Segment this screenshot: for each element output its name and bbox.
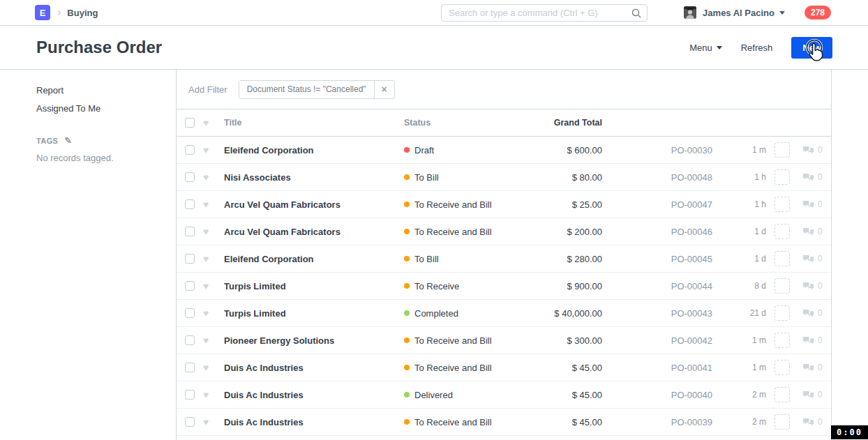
sidebar-item-report[interactable]: Report (36, 85, 162, 96)
assign-to-placeholder[interactable] (775, 333, 790, 348)
row-title[interactable]: Turpis Limited (224, 308, 404, 319)
row-title[interactable]: Pioneer Energy Solutions (224, 335, 404, 346)
table-row[interactable]: ♥ Arcu Vel Quam Fabricators To Receive a… (177, 191, 831, 218)
row-title[interactable]: Arcu Vel Quam Fabricators (224, 199, 404, 210)
refresh-button[interactable]: Refresh (741, 43, 773, 53)
row-document-id[interactable]: PO-00043 (602, 308, 712, 319)
comment-icon (802, 309, 814, 318)
row-title[interactable]: Duis Ac Industries (224, 390, 404, 400)
add-filter-button[interactable]: Add Filter (188, 84, 227, 95)
sidebar-item-assigned-to-me[interactable]: Assigned To Me (36, 103, 162, 114)
assign-to-placeholder[interactable] (775, 251, 790, 266)
table-row[interactable]: ♥ Arcu Vel Quam Fabricators To Receive a… (177, 218, 831, 245)
assign-to-placeholder[interactable] (775, 169, 790, 185)
menu-button[interactable]: Menu (689, 43, 722, 53)
remove-filter-button[interactable]: × (374, 81, 394, 98)
like-heart-icon[interactable]: ♥ (203, 335, 224, 345)
like-heart-icon[interactable]: ♥ (203, 199, 224, 209)
like-heart-icon[interactable]: ♥ (203, 172, 224, 182)
tags-section-header: TAGS ✎ (36, 135, 162, 146)
avatar[interactable] (684, 6, 696, 19)
like-heart-icon[interactable]: ♥ (203, 227, 224, 236)
row-checkbox[interactable] (185, 227, 195, 236)
comment-icon (802, 418, 814, 427)
row-grand-total: $ 80.00 (523, 172, 602, 183)
edit-tags-pencil-icon[interactable]: ✎ (64, 135, 72, 146)
notification-badge[interactable]: 278 (805, 6, 831, 20)
search-icon (631, 8, 642, 19)
like-heart-icon[interactable]: ♥ (203, 390, 224, 400)
row-document-id[interactable]: PO-00030 (602, 145, 712, 155)
assign-to-placeholder[interactable] (775, 197, 790, 212)
row-title[interactable]: Turpis Limited (224, 281, 404, 291)
new-button[interactable]: New (791, 37, 832, 59)
row-document-id[interactable]: PO-00042 (602, 335, 712, 346)
row-checkbox[interactable] (185, 417, 195, 427)
filter-chip-label[interactable]: Document Status != "Cancelled" (239, 81, 374, 98)
row-modified-time: 1 m (712, 363, 766, 372)
row-checkbox[interactable] (185, 281, 195, 291)
row-document-id[interactable]: PO-00048 (602, 172, 712, 183)
assign-to-placeholder[interactable] (775, 224, 790, 239)
row-checkbox[interactable] (185, 172, 195, 182)
row-checkbox[interactable] (185, 335, 195, 345)
row-check-cell (177, 308, 203, 318)
row-document-id[interactable]: PO-00046 (602, 227, 712, 237)
like-heart-icon[interactable]: ♥ (203, 363, 224, 372)
assign-to-placeholder[interactable] (775, 360, 790, 375)
row-document-id[interactable]: PO-00040 (602, 390, 712, 400)
like-heart-icon[interactable]: ♥ (203, 281, 224, 291)
row-status: To Receive and Bill (404, 363, 523, 373)
table-row[interactable]: ♥ Duis Ac Industries To Receive and Bill… (177, 354, 831, 381)
row-document-id[interactable]: PO-00041 (602, 363, 712, 373)
row-checkbox[interactable] (185, 390, 195, 400)
assign-to-placeholder[interactable] (775, 305, 790, 321)
table-row[interactable]: ♥ Turpis Limited To Receive $ 900.00 PO-… (177, 273, 831, 300)
table-row[interactable]: ♥ Turpis Limited Completed $ 40,000.00 P… (177, 300, 831, 327)
table-row[interactable]: ♥ Pioneer Energy Solutions To Receive an… (177, 327, 831, 354)
row-title[interactable]: Eleifend Corporation (224, 145, 404, 155)
assign-to-placeholder[interactable] (775, 414, 790, 430)
assign-to-placeholder[interactable] (775, 142, 790, 158)
row-grand-total: $ 45.00 (523, 390, 602, 400)
user-menu[interactable]: James Al Pacino (703, 8, 785, 18)
table-row[interactable]: ♥ Duis Ac Industries Delivered $ 45.00 P… (177, 381, 831, 409)
column-header-status[interactable]: Status (404, 118, 523, 128)
row-checkbox[interactable] (185, 145, 195, 155)
table-row[interactable]: ♥ Duis Ac Industries To Receive and Bill… (177, 409, 831, 436)
row-title[interactable]: Nisi Associates (224, 172, 404, 183)
row-checkbox[interactable] (185, 308, 195, 318)
liked-by-filter-heart-icon[interactable]: ♥ (203, 118, 224, 128)
app-logo[interactable]: E (35, 5, 50, 20)
assign-to-placeholder[interactable] (775, 278, 790, 294)
breadcrumb[interactable]: Buying (67, 8, 98, 18)
table-row[interactable]: ♥ Nisi Associates To Bill $ 80.00 PO-000… (177, 164, 831, 191)
row-document-id[interactable]: PO-00044 (602, 281, 712, 291)
column-header-grand-total[interactable]: Grand Total (523, 118, 602, 128)
table-row[interactable]: ♥ Eleifend Corporation To Bill $ 280.00 … (177, 245, 831, 273)
row-title[interactable]: Eleifend Corporation (224, 254, 404, 264)
row-checkbox[interactable] (185, 254, 195, 264)
select-all-checkbox[interactable] (185, 118, 195, 128)
row-title[interactable]: Duis Ac Industries (224, 417, 404, 427)
like-heart-icon[interactable]: ♥ (203, 308, 224, 318)
row-document-id[interactable]: PO-00039 (602, 417, 712, 427)
row-assign-cell (766, 278, 798, 294)
status-dot-icon (404, 229, 410, 234)
search-input[interactable] (441, 4, 648, 22)
row-document-id[interactable]: PO-00047 (602, 199, 712, 210)
row-document-id[interactable]: PO-00045 (602, 254, 712, 264)
row-title[interactable]: Arcu Vel Quam Fabricators (224, 227, 404, 237)
assign-to-placeholder[interactable] (775, 387, 790, 402)
row-checkbox[interactable] (185, 199, 195, 209)
column-header-title[interactable]: Title (224, 118, 404, 128)
row-modified-time: 8 d (712, 281, 766, 291)
like-heart-icon[interactable]: ♥ (203, 417, 224, 427)
row-checkbox[interactable] (185, 363, 195, 372)
row-check-cell (177, 227, 203, 236)
row-title[interactable]: Duis Ac Industries (224, 363, 404, 373)
like-heart-icon[interactable]: ♥ (203, 145, 224, 155)
table-row[interactable]: ♥ Eleifend Corporation Draft $ 600.00 PO… (177, 137, 831, 164)
comment-count: 0 (818, 335, 823, 345)
like-heart-icon[interactable]: ♥ (203, 254, 224, 264)
